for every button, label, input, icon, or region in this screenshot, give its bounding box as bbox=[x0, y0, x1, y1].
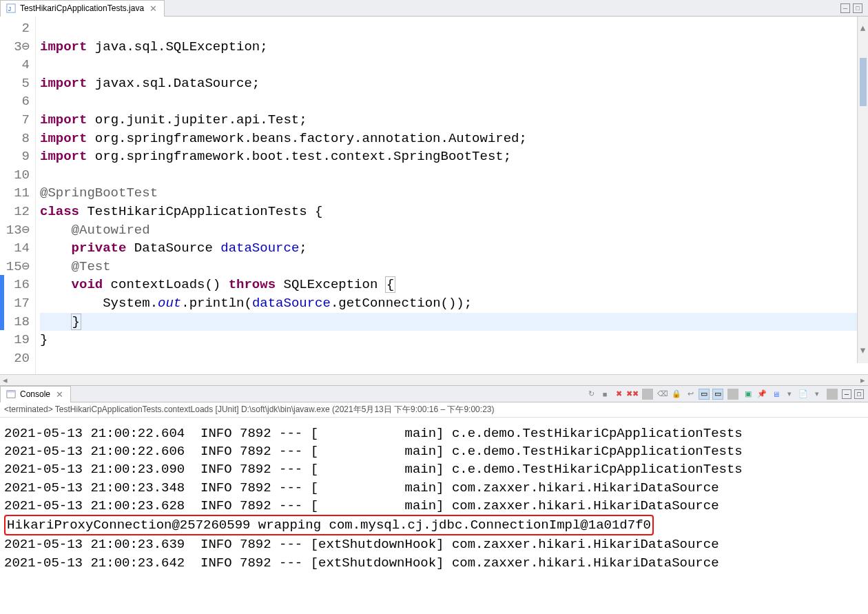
terminate-icon[interactable]: ■ bbox=[599, 389, 610, 400]
scroll-right-icon[interactable]: ▸ bbox=[860, 375, 865, 385]
console-toolbar: ↻ ■ ✖ ✖✖ ⌫ 🔒 ↩ ▭ ▭ ▣ 📌 🖥 ▾ 📄 ▾ ─ □ bbox=[586, 389, 868, 400]
tab-filename: TestHikariCpApplicationTests.java bbox=[20, 3, 144, 13]
word-wrap-icon[interactable]: ↩ bbox=[685, 389, 696, 400]
code-editor-pane: J TestHikariCpApplicationTests.java ✕ ─ … bbox=[0, 0, 868, 386]
editor-tab[interactable]: J TestHikariCpApplicationTests.java ✕ bbox=[0, 0, 165, 17]
clear-console-icon[interactable]: ⌫ bbox=[657, 389, 668, 400]
remove-all-terminated-icon[interactable]: ✖✖ bbox=[627, 389, 638, 400]
terminated-status-line: <terminated> TestHikariCpApplicationTest… bbox=[0, 402, 868, 418]
close-console-icon[interactable]: ✕ bbox=[54, 389, 65, 400]
new-console-dropdown-icon[interactable]: ▾ bbox=[812, 389, 823, 400]
editor-window-controls: ─ □ bbox=[840, 3, 868, 13]
pin-console-icon[interactable]: 📌 bbox=[756, 389, 767, 400]
editor-tab-bar: J TestHikariCpApplicationTests.java ✕ ─ … bbox=[0, 0, 868, 17]
left-margin-marker bbox=[0, 275, 4, 330]
console-icon bbox=[6, 389, 16, 399]
minimize-icon[interactable]: ─ bbox=[840, 3, 850, 13]
display-dropdown-icon[interactable]: ▾ bbox=[784, 389, 795, 400]
code-body[interactable]: 23⊖45678910111213⊖1415⊖1617181920 import… bbox=[0, 17, 868, 374]
code-content[interactable]: import java.sql.SQLException;import java… bbox=[36, 17, 868, 374]
open-console-icon[interactable]: ▣ bbox=[743, 389, 754, 400]
line-number-gutter: 23⊖45678910111213⊖1415⊖1617181920 bbox=[0, 17, 36, 374]
console-tab[interactable]: Console ✕ bbox=[0, 386, 71, 402]
show-output-icon[interactable]: ▭ bbox=[699, 389, 710, 400]
display-icon[interactable]: 🖥 bbox=[770, 389, 781, 400]
scroll-lock-icon[interactable]: 🔒 bbox=[671, 389, 682, 400]
close-tab-icon[interactable]: ✕ bbox=[148, 3, 158, 14]
console-tab-label: Console bbox=[20, 389, 50, 399]
remove-terminated-icon[interactable]: ✖ bbox=[613, 389, 624, 400]
console-output[interactable]: 2021-05-13 21:00:22.604 INFO 7892 --- [ … bbox=[0, 418, 868, 614]
new-console-icon[interactable]: 📄 bbox=[798, 389, 809, 400]
maximize-icon[interactable]: □ bbox=[853, 3, 862, 13]
console-maximize-icon[interactable]: □ bbox=[854, 389, 864, 399]
console-pane: Console ✕ ↻ ■ ✖ ✖✖ ⌫ 🔒 ↩ ▭ ▭ ▣ 📌 🖥 ▾ 📄 ▾… bbox=[0, 386, 868, 614]
overview-marker bbox=[860, 58, 867, 106]
scroll-left-icon[interactable]: ◂ bbox=[3, 375, 8, 385]
svg-text:J: J bbox=[8, 6, 11, 12]
vertical-scrollbar[interactable]: ▴ ▾ bbox=[857, 17, 868, 363]
svg-rect-3 bbox=[7, 391, 15, 393]
horizontal-scrollbar[interactable]: ◂ ▸ bbox=[0, 374, 868, 385]
terminate-relaunch-icon[interactable]: ↻ bbox=[586, 389, 597, 400]
show-error-icon[interactable]: ▭ bbox=[712, 389, 723, 400]
console-minimize-icon[interactable]: ─ bbox=[842, 389, 851, 399]
console-tab-bar: Console ✕ ↻ ■ ✖ ✖✖ ⌫ 🔒 ↩ ▭ ▭ ▣ 📌 🖥 ▾ 📄 ▾… bbox=[0, 386, 868, 402]
java-file-icon: J bbox=[6, 3, 16, 13]
